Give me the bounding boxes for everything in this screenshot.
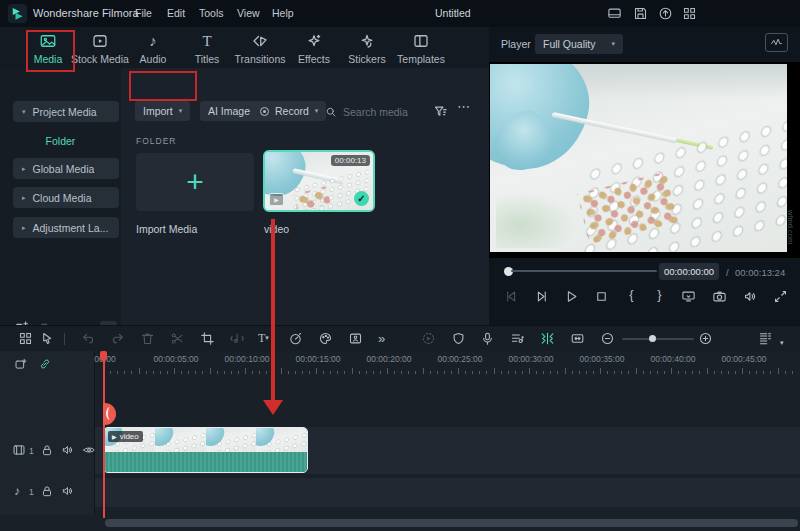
track-manager-icon[interactable] xyxy=(510,331,525,346)
zoom-out-icon[interactable] xyxy=(600,331,615,346)
record-label: Record xyxy=(275,105,309,117)
mask-shield-icon[interactable] xyxy=(451,331,466,346)
sidebar-item-project-media[interactable]: ▾ Project Media xyxy=(13,101,119,122)
sidebar-item-folder[interactable]: Folder xyxy=(0,135,121,147)
player-label: Player xyxy=(501,38,531,50)
filter-icon[interactable] xyxy=(433,104,448,119)
delete-icon[interactable] xyxy=(140,331,155,346)
fullscreen-icon[interactable] xyxy=(773,289,788,304)
previous-frame-icon[interactable] xyxy=(504,289,519,304)
display-device-icon[interactable] xyxy=(681,289,696,304)
snapshot-camera-icon[interactable] xyxy=(712,289,727,304)
music-note-icon: ♪ xyxy=(149,32,157,50)
titles-icon: T xyxy=(202,32,211,50)
zoom-to-fit-icon[interactable] xyxy=(570,331,585,346)
check-icon: ✓ xyxy=(354,191,369,206)
sidebar-item-adjustment-layer[interactable]: ▸ Adjustment La... xyxy=(13,217,119,238)
mute-track-icon[interactable] xyxy=(61,443,75,457)
audio-track-lane[interactable] xyxy=(95,478,800,507)
scope-view-icon[interactable] xyxy=(765,33,788,52)
total-duration: 00:00:13:24 xyxy=(735,267,785,278)
search-input[interactable]: Search media xyxy=(343,106,408,118)
color-palette-icon[interactable] xyxy=(318,331,333,346)
more-tools-icon[interactable]: » xyxy=(378,331,385,346)
zoom-slider[interactable] xyxy=(622,338,694,340)
redo-icon[interactable] xyxy=(110,331,125,346)
timeline-ruler[interactable]: 00:0000:00:05:0000:00:10:0000:00:15:0000… xyxy=(95,351,800,375)
clip-label-badge: ▶ video xyxy=(108,431,143,442)
menu-tools[interactable]: Tools xyxy=(199,7,224,19)
scrubber-track[interactable] xyxy=(511,270,657,272)
track-height-caret-icon[interactable]: ▾ xyxy=(780,335,784,350)
motion-tracking-icon[interactable] xyxy=(348,331,363,346)
play-icon[interactable] xyxy=(564,289,579,304)
ai-image-button[interactable]: AI Image xyxy=(200,101,258,121)
playhead-marker-tab[interactable] xyxy=(103,403,116,425)
menu-help[interactable]: Help xyxy=(272,7,294,19)
chevron-right-icon: ▸ xyxy=(22,165,26,173)
voiceover-mic-icon[interactable] xyxy=(480,331,495,346)
sidebar-item-cloud-media[interactable]: ▸ Cloud Media xyxy=(13,187,119,208)
playhead-handle[interactable] xyxy=(100,351,107,361)
link-clips-icon[interactable] xyxy=(38,357,52,371)
project-media-label: Project Media xyxy=(33,106,97,118)
menu-file[interactable]: File xyxy=(135,7,152,19)
snap-toggle-icon[interactable] xyxy=(540,331,555,346)
plus-icon: + xyxy=(186,167,204,197)
zoom-in-icon[interactable] xyxy=(698,331,713,346)
quality-dropdown[interactable]: Full Quality ▾ xyxy=(535,34,623,54)
title-bar: Wondershare Filmora File Edit Tools View… xyxy=(0,0,800,27)
mark-in-icon[interactable]: { xyxy=(624,287,639,302)
stop-icon[interactable] xyxy=(594,289,609,304)
timeline-scrollbar[interactable] xyxy=(105,519,798,527)
stock-media-icon xyxy=(91,32,109,50)
select-tool-icon[interactable] xyxy=(40,331,55,346)
record-icon xyxy=(260,107,269,116)
media-content: Import ▾ AI Image Record ▾ Search media … xyxy=(121,68,489,325)
menu-view[interactable]: View xyxy=(237,7,260,19)
mute-track-icon[interactable] xyxy=(61,484,75,498)
annotation-box-import xyxy=(129,71,197,101)
split-scissors-icon[interactable] xyxy=(170,331,185,346)
layout-icon[interactable] xyxy=(607,6,622,21)
chevron-right-icon: ▸ xyxy=(22,194,26,202)
import-button[interactable]: Import ▾ xyxy=(135,101,190,121)
lock-track-icon[interactable] xyxy=(40,443,54,457)
lock-track-icon[interactable] xyxy=(40,484,54,498)
player-panel: Player Full Quality ▾ 00:00:00:00 / 00:0… xyxy=(489,27,800,325)
zoom-slider-handle[interactable] xyxy=(649,335,656,342)
timeline-video-clip[interactable]: ▶ video xyxy=(103,427,308,473)
playhead[interactable] xyxy=(103,351,105,518)
menu-edit[interactable]: Edit xyxy=(167,7,185,19)
render-preview-icon[interactable] xyxy=(421,331,436,346)
add-track-icon[interactable] xyxy=(14,357,28,371)
undo-icon[interactable] xyxy=(81,331,96,346)
tab-audio-label: Audio xyxy=(140,53,167,65)
record-button[interactable]: Record ▾ xyxy=(252,101,326,121)
import-media-tile[interactable]: + xyxy=(136,153,254,211)
export-icon[interactable] xyxy=(658,6,673,21)
next-frame-icon[interactable] xyxy=(534,289,549,304)
audio-stretch-icon[interactable] xyxy=(229,331,244,346)
video-media-tile[interactable]: 00:00:13 ▶ ✓ xyxy=(263,150,375,212)
crop-icon[interactable] xyxy=(200,331,215,346)
save-icon[interactable] xyxy=(633,6,648,21)
speed-icon[interactable] xyxy=(288,331,303,346)
timeline-layout-icon[interactable] xyxy=(18,331,33,346)
audio-track-icon: ♪ xyxy=(14,484,20,498)
text-tool-icon[interactable]: T▾ xyxy=(258,331,269,346)
mark-out-icon[interactable]: } xyxy=(652,287,667,302)
tab-templates[interactable]: Templates xyxy=(386,32,456,65)
hide-track-icon[interactable] xyxy=(82,443,96,457)
more-options-icon[interactable]: ⋯ xyxy=(457,99,470,114)
folder-section-header: FOLDER xyxy=(136,136,176,146)
timeline-toolbar: T▾ » ▾ xyxy=(0,325,800,351)
workspace-grid-icon[interactable] xyxy=(682,6,697,21)
project-title: Untitled xyxy=(435,7,471,19)
annotation-arrow-line xyxy=(271,219,275,401)
import-label: Import xyxy=(143,105,173,117)
sidebar-item-global-media[interactable]: ▸ Global Media xyxy=(13,158,119,179)
track-height-icon[interactable] xyxy=(758,331,773,346)
tab-titles-label: Titles xyxy=(195,53,220,65)
volume-icon[interactable] xyxy=(743,289,758,304)
